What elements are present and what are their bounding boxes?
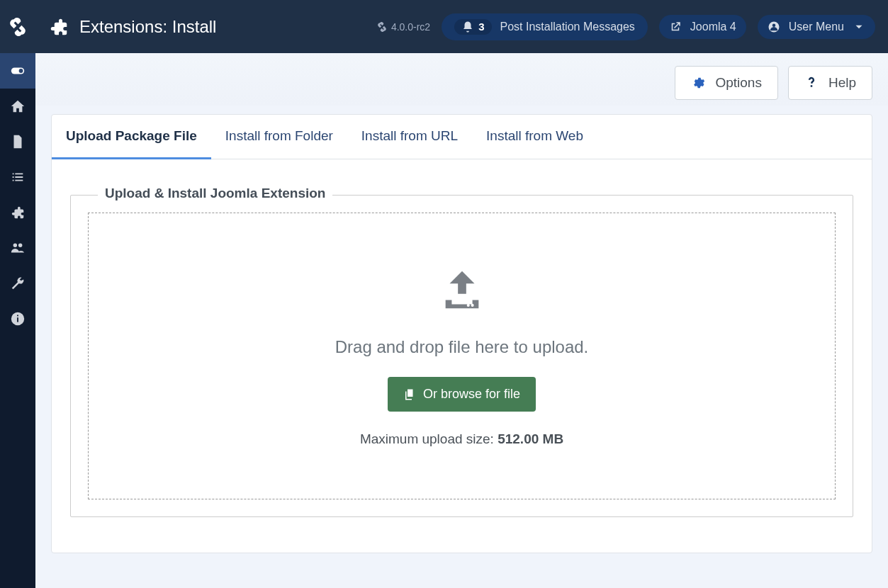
tab-upload-package[interactable]: Upload Package File — [52, 115, 211, 159]
sidebar-item-info[interactable] — [0, 301, 35, 337]
joomla-small-icon — [377, 22, 387, 32]
options-button[interactable]: Options — [675, 66, 777, 100]
tab-install-url[interactable]: Install from URL — [347, 115, 472, 159]
svg-point-7 — [471, 304, 473, 307]
toolbar: Options Help — [35, 53, 888, 106]
sidebar-toggle[interactable] — [0, 53, 35, 89]
users-icon — [10, 240, 26, 256]
topbar: Extensions: Install 4.0.0-rc2 3 Post Ins… — [35, 0, 888, 53]
joomla-icon — [9, 18, 27, 36]
version-label: 4.0.0-rc2 — [377, 21, 430, 33]
tab-install-web[interactable]: Install from Web — [472, 115, 597, 159]
upload-fieldset: Upload & Install Joomla Extension Drag a… — [70, 195, 853, 517]
sidebar-item-content[interactable] — [0, 124, 35, 159]
drop-message: Drag and drop file here to upload. — [335, 337, 589, 357]
wrench-icon — [10, 276, 26, 291]
copy-icon — [403, 388, 416, 402]
browse-button[interactable]: Or browse for file — [388, 377, 536, 412]
list-icon — [10, 169, 26, 185]
sidebar-item-menus[interactable] — [0, 159, 35, 195]
bell-icon — [461, 21, 474, 33]
question-icon — [804, 76, 819, 90]
toggle-icon — [10, 63, 26, 79]
page-title: Extensions: Install — [79, 17, 216, 37]
sidebar-item-users[interactable] — [0, 230, 35, 266]
fieldset-legend: Upload & Install Joomla Extension — [98, 186, 332, 201]
sidebar-item-home[interactable] — [0, 89, 35, 124]
home-icon — [10, 98, 26, 114]
svg-rect-3 — [17, 317, 18, 322]
svg-rect-4 — [17, 315, 18, 317]
sidebar — [0, 0, 35, 588]
notifications-badge: 3 — [454, 19, 491, 35]
tab-install-folder[interactable]: Install from Folder — [211, 115, 347, 159]
external-link-icon — [669, 21, 682, 33]
user-menu-pill[interactable]: User Menu — [758, 15, 875, 39]
help-button[interactable]: Help — [788, 66, 872, 100]
page-title-group: Extensions: Install — [48, 16, 366, 38]
tabs: Upload Package File Install from Folder … — [52, 115, 872, 159]
upload-icon — [437, 265, 487, 317]
gear-icon — [691, 76, 705, 90]
max-upload-size: Maximum upload size: 512.00 MB — [360, 431, 563, 447]
chevron-down-icon — [853, 21, 865, 33]
svg-point-1 — [19, 69, 23, 73]
notifications-label: Post Installation Messages — [500, 21, 635, 33]
file-icon — [10, 134, 26, 149]
info-icon — [10, 311, 26, 327]
user-circle-icon — [768, 21, 780, 33]
svg-point-6 — [772, 23, 776, 27]
puzzle-icon — [48, 16, 69, 38]
notifications-pill[interactable]: 3 Post Installation Messages — [442, 13, 648, 40]
puzzle-icon — [10, 205, 26, 220]
main-card: Upload Package File Install from Folder … — [51, 114, 872, 553]
brand-logo[interactable] — [0, 0, 35, 53]
dropzone[interactable]: Drag and drop file here to upload. Or br… — [88, 213, 836, 499]
svg-point-8 — [466, 304, 469, 307]
sidebar-item-system[interactable] — [0, 266, 35, 301]
site-link-pill[interactable]: Joomla 4 — [659, 15, 746, 39]
sidebar-item-components[interactable] — [0, 195, 35, 230]
